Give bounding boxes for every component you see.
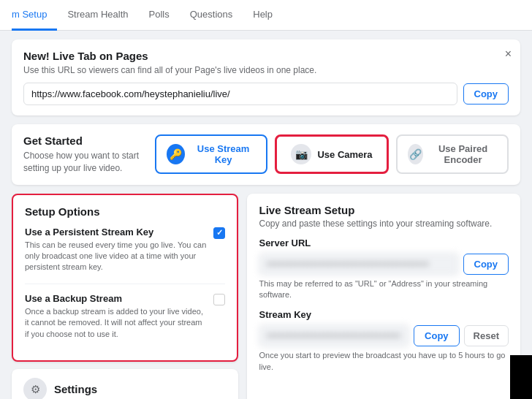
banner-card: × New! Live Tab on Pages Use this URL so… [12,39,520,115]
nav-tab-help[interactable]: Help [243,0,283,31]
backup-stream-checkbox[interactable] [213,294,225,305]
nav-tab-questions[interactable]: Questions [180,0,243,31]
server-url-group: Server URL Copy This may be referred to … [259,238,509,301]
get-started-card: Get Started Choose how you want to start… [12,124,520,185]
banner-title: New! Live Tab on Pages [23,50,509,62]
method-buttons: 🔑 Use Stream Key 📷 Use Camera 🔗 Use Pair… [155,134,509,174]
banner-description: Use this URL so viewers can find all of … [23,65,509,75]
server-url-note: This may be referred to as "URL" or "Add… [259,278,509,301]
stream-key-icon: 🔑 [167,144,185,164]
stream-key-row: Copy Reset [259,324,509,347]
get-started-text: Get Started Choose how you want to start… [23,134,140,175]
persistent-stream-key-desc: This can be reused every time you go liv… [25,240,208,273]
live-tab-url-input[interactable] [23,83,457,105]
persistent-stream-key-checkbox[interactable] [213,227,225,239]
stream-key-note: Once you start to preview the broadcast … [259,350,509,373]
server-url-row: Copy [259,253,509,276]
backup-stream-desc: Once a backup stream is added to your li… [25,306,208,340]
top-navigation: m Setup Stream Health Polls Questions He… [0,0,532,31]
stream-key-group: Stream Key Copy Reset Once you start to … [259,309,509,373]
use-stream-key-button[interactable]: 🔑 Use Stream Key [155,134,267,174]
main-content: × New! Live Tab on Pages Use this URL so… [0,31,532,399]
server-url-label: Server URL [259,238,509,248]
settings-row[interactable]: ⚙ Settings [12,369,238,399]
copy-stream-key-button[interactable]: Copy [414,325,460,346]
use-camera-label: Use Camera [317,149,372,160]
backup-stream-label: Use a Backup Stream [25,293,208,304]
settings-icon: ⚙ [23,378,47,399]
stream-key-label: Stream Key [259,309,509,320]
stream-key-label: Use Stream Key [191,143,256,165]
live-setup-title: Live Stream Setup [259,204,509,216]
camera-icon: 📷 [291,144,311,164]
live-stream-setup-card: Live Stream Setup Copy and paste these s… [247,194,520,399]
server-url-input[interactable] [259,253,458,276]
use-camera-button[interactable]: 📷 Use Camera [275,134,389,174]
left-column: Setup Options Use a Persistent Stream Ke… [12,194,238,399]
option-backup-stream: Use a Backup Stream Once a backup stream… [25,293,225,340]
use-paired-encoder-button[interactable]: 🔗 Use Paired Encoder [396,134,509,174]
option-persistent-stream-key: Use a Persistent Stream Key This can be … [25,227,225,273]
live-setup-subtitle: Copy and paste these settings into your … [259,218,509,229]
paired-encoder-label: Use Paired Encoder [429,143,497,165]
settings-label: Settings [54,383,97,395]
nav-tab-stream-health[interactable]: Stream Health [57,0,138,31]
paired-encoder-icon: 🔗 [408,144,423,164]
options-divider [25,284,225,284]
copy-live-tab-url-button[interactable]: Copy [463,83,509,104]
copy-server-url-button[interactable]: Copy [463,254,509,275]
reset-stream-key-button[interactable]: Reset [464,325,509,346]
setup-options-title: Setup Options [25,205,225,218]
nav-tab-stream-setup[interactable]: m Setup [12,0,57,31]
setup-options-card: Setup Options Use a Persistent Stream Ke… [12,194,238,362]
persistent-stream-key-label: Use a Persistent Stream Key [25,227,208,238]
get-started-title: Get Started [23,134,140,147]
banner-url-row: Copy [23,83,509,105]
close-banner-button[interactable]: × [505,48,512,60]
bottom-row: Setup Options Use a Persistent Stream Ke… [12,194,520,399]
get-started-description: Choose how you want to start setting up … [23,150,140,175]
black-bar [510,355,532,399]
nav-tab-polls[interactable]: Polls [139,0,180,31]
stream-key-input[interactable] [259,324,409,347]
